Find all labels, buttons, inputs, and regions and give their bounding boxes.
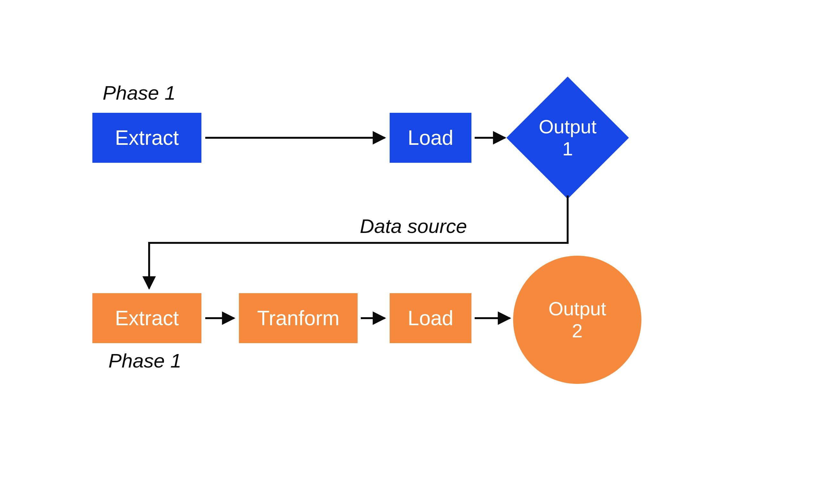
phase2-label-bottom: Phase 1: [108, 349, 181, 372]
phase2-transform-text: Tranform: [257, 306, 339, 330]
phase1-extract-text: Extract: [115, 126, 178, 150]
etl-diagram: Phase 1 Extract Load Output1 Data source…: [0, 0, 821, 504]
connectors-svg: [0, 0, 821, 504]
phase2-output-text: Output2: [548, 298, 606, 342]
phase1-load-text: Load: [408, 126, 453, 150]
phase2-load-text: Load: [408, 306, 453, 330]
phase1-load-box: Load: [390, 113, 471, 163]
phase1-label-top: Phase 1: [103, 81, 176, 104]
arrow-output1-to-extract2: [149, 195, 568, 288]
phase1-extract-box: Extract: [92, 113, 201, 163]
phase1-output-text: Output1: [539, 116, 596, 160]
phase2-extract-box: Extract: [92, 293, 201, 343]
phase2-transform-box: Tranform: [239, 293, 358, 343]
phase2-extract-text: Extract: [115, 306, 178, 330]
phase2-load-box: Load: [390, 293, 471, 343]
data-source-label: Data source: [360, 215, 467, 237]
phase2-output-circle: Output2: [513, 256, 642, 384]
phase1-output-diamond: Output1: [507, 77, 629, 199]
